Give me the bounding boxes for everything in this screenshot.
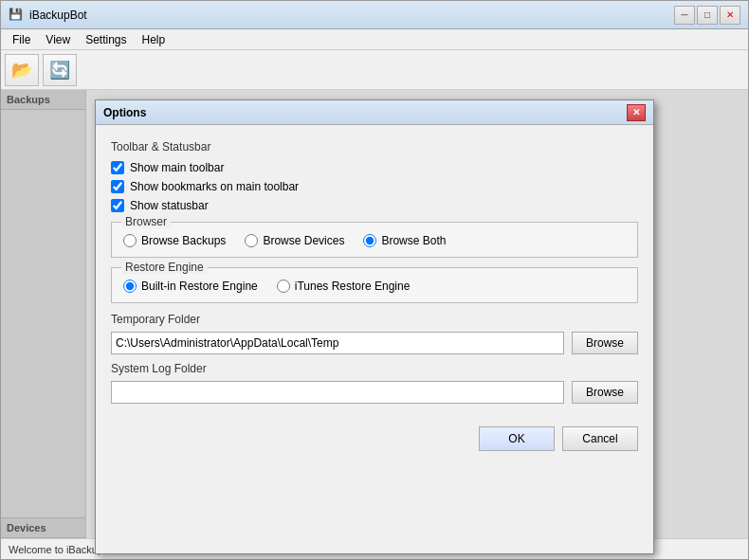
dialog-close-button[interactable]: ✕ [627,104,646,121]
browser-radio-group: Browse Backups Browse Devices Browse Bot… [123,230,626,247]
itunes-engine-row: iTunes Restore Engine [277,280,411,293]
system-log-input[interactable] [111,381,564,404]
title-bar-buttons: ─ □ ✕ [674,6,740,25]
temp-folder-label: Temporary Folder [111,313,638,326]
menu-help[interactable]: Help [135,31,174,48]
browse-devices-label: Browse Devices [263,234,344,247]
dialog-footer: OK Cancel [111,419,638,451]
temp-folder-browse-button[interactable]: Browse [572,332,638,354]
itunes-engine-label: iTunes Restore Engine [295,280,411,293]
builtin-engine-row: Built-in Restore Engine [123,280,258,293]
browse-backups-label: Browse Backups [141,234,226,247]
toolbar-refresh-button[interactable]: 🔄 [43,54,77,86]
content-area: Backups Devices Options ✕ Toolbar & Stat… [1,90,748,538]
app-icon: 💾 [9,8,24,23]
browse-devices-row: Browse Devices [245,234,344,247]
close-button[interactable]: ✕ [720,6,740,25]
browse-backups-row: Browse Backups [123,234,226,247]
browse-both-label: Browse Both [381,234,446,247]
dialog-body: Toolbar & Statusbar Show main toolbar Sh… [96,125,653,462]
show-main-toolbar-label: Show main toolbar [130,161,224,174]
browse-both-radio[interactable] [363,234,376,247]
restore-engine-radio-group: Built-in Restore Engine iTunes Restore E… [123,276,626,293]
show-bookmarks-toolbar-label: Show bookmarks on main toolbar [130,180,299,193]
restore-engine-group: Restore Engine Built-in Restore Engine i… [111,267,638,303]
toolbar: 📂 🔄 [1,50,748,90]
builtin-engine-label: Built-in Restore Engine [141,280,258,293]
options-dialog: Options ✕ Toolbar & Statusbar Show main … [95,99,654,554]
builtin-engine-radio[interactable] [123,280,137,293]
show-bookmarks-toolbar-row: Show bookmarks on main toolbar [111,180,638,193]
show-statusbar-checkbox[interactable] [111,199,124,212]
show-statusbar-label: Show statusbar [130,199,209,212]
system-log-row: Browse [111,381,638,404]
browser-group: Browser Browse Backups Browse Devices [111,222,638,258]
dialog-title-bar: Options ✕ [96,100,653,125]
menu-view[interactable]: View [38,31,78,48]
show-statusbar-row: Show statusbar [111,199,638,212]
temp-folder-row: Browse [111,332,638,354]
restore-engine-legend: Restore Engine [121,261,208,274]
main-window: 💾 iBackupBot ─ □ ✕ File View Settings He… [0,0,749,560]
window-title: iBackupBot [29,9,674,22]
browser-legend: Browser [121,215,171,228]
menu-settings[interactable]: Settings [78,31,134,48]
maximize-button[interactable]: □ [697,6,718,25]
menu-file[interactable]: File [5,31,38,48]
show-main-toolbar-checkbox[interactable] [111,161,124,174]
toolbar-open-button[interactable]: 📂 [5,54,39,86]
browse-backups-radio[interactable] [123,234,137,247]
dialog-title: Options [103,106,627,119]
itunes-engine-radio[interactable] [277,280,290,293]
cancel-button[interactable]: Cancel [562,426,638,451]
menu-bar: File View Settings Help [1,29,748,50]
browse-both-row: Browse Both [363,234,446,247]
dialog-overlay: Options ✕ Toolbar & Statusbar Show main … [1,90,748,538]
temp-folder-input[interactable] [111,332,564,354]
system-log-browse-button[interactable]: Browse [572,381,638,404]
show-main-toolbar-row: Show main toolbar [111,161,638,174]
toolbar-statusbar-header: Toolbar & Statusbar [111,140,638,154]
system-log-label: System Log Folder [111,362,638,375]
show-bookmarks-toolbar-checkbox[interactable] [111,180,124,193]
minimize-button[interactable]: ─ [674,6,695,25]
title-bar: 💾 iBackupBot ─ □ ✕ [1,1,748,29]
ok-button[interactable]: OK [479,426,555,451]
browse-devices-radio[interactable] [245,234,258,247]
